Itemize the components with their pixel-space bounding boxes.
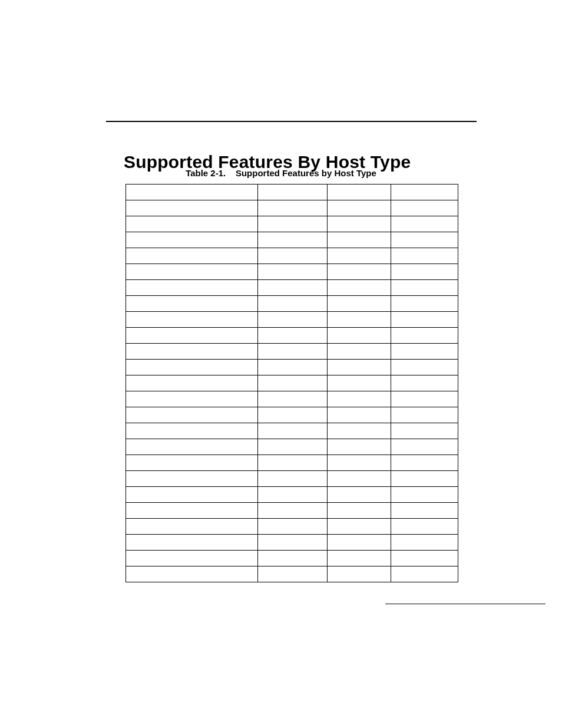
table-row [126, 375, 458, 391]
table-cell [391, 312, 458, 328]
table-cell [328, 280, 391, 296]
table-row [126, 551, 458, 566]
table-cell [258, 375, 328, 391]
table-cell [391, 566, 458, 582]
table-cell [258, 439, 328, 455]
horizontal-rule-bottom [385, 604, 546, 604]
table-cell [391, 328, 458, 344]
table-cell [328, 200, 391, 216]
table-cell [126, 519, 258, 535]
table-cell [126, 280, 258, 296]
table-row [126, 391, 458, 407]
table-cell [391, 216, 458, 232]
table-row [126, 503, 458, 519]
table-row [126, 248, 458, 264]
table-cell [328, 360, 391, 375]
table-cell [391, 439, 458, 455]
table-cell [391, 280, 458, 296]
table-cell [391, 519, 458, 535]
table-cell [328, 551, 391, 566]
table-cell [391, 471, 458, 487]
table-cell [126, 344, 258, 360]
table-cell [391, 296, 458, 312]
table-cell [328, 185, 391, 200]
table-cell [126, 487, 258, 503]
table-cell [126, 216, 258, 232]
table-cell [126, 391, 258, 407]
table-cell [126, 439, 258, 455]
table-row [126, 312, 458, 328]
table-cell [328, 344, 391, 360]
features-table-wrap [125, 184, 458, 582]
table-cell [391, 248, 458, 264]
table-cell [328, 216, 391, 232]
table-cell [126, 328, 258, 344]
table-cell [328, 296, 391, 312]
horizontal-rule-top [106, 121, 477, 122]
table-row [126, 423, 458, 439]
table-cell [328, 232, 391, 248]
table-cell [126, 551, 258, 566]
table-cell [258, 566, 328, 582]
table-cell [258, 328, 328, 344]
table-cell [126, 471, 258, 487]
table-row [126, 519, 458, 535]
table-cell [391, 232, 458, 248]
table-cell [126, 423, 258, 439]
table-row [126, 535, 458, 551]
table-cell [328, 264, 391, 280]
table-cell [328, 375, 391, 391]
table-cell [126, 375, 258, 391]
table-cell [328, 248, 391, 264]
table-cell [126, 185, 258, 200]
table-cell [328, 535, 391, 551]
table-cell [126, 455, 258, 471]
table-cell [258, 391, 328, 407]
table-cell [328, 487, 391, 503]
table-cell [258, 216, 328, 232]
table-cell [391, 185, 458, 200]
table-row [126, 216, 458, 232]
table-cell [258, 248, 328, 264]
table-cell [126, 312, 258, 328]
table-cell [258, 280, 328, 296]
table-cell [126, 232, 258, 248]
table-cell [258, 487, 328, 503]
table-row [126, 455, 458, 471]
table-cell [126, 503, 258, 519]
table-row [126, 487, 458, 503]
table-cell [328, 391, 391, 407]
table-cell [126, 360, 258, 375]
table-cell [391, 375, 458, 391]
table-cell [258, 185, 328, 200]
table-cell [391, 423, 458, 439]
table-cell [391, 391, 458, 407]
table-cell [391, 535, 458, 551]
table-row [126, 566, 458, 582]
table-row [126, 200, 458, 216]
table-cell [328, 455, 391, 471]
table-cell [391, 503, 458, 519]
table-row [126, 280, 458, 296]
table-cell [258, 407, 328, 423]
table-cell [258, 296, 328, 312]
table-cell [258, 455, 328, 471]
table-cell [258, 360, 328, 375]
table-caption-title: Supported Features by Host Type [236, 168, 376, 178]
table-cell [328, 407, 391, 423]
table-caption-prefix: Table 2-1. [186, 168, 226, 178]
table-cell [328, 519, 391, 535]
table-row [126, 264, 458, 280]
table-row [126, 232, 458, 248]
table-cell [328, 439, 391, 455]
table-cell [391, 487, 458, 503]
table-cell [126, 535, 258, 551]
table-row [126, 471, 458, 487]
table-cell [258, 551, 328, 566]
table-cell [126, 407, 258, 423]
table-cell [126, 296, 258, 312]
table-cell [126, 264, 258, 280]
table-cell [391, 551, 458, 566]
table-cell [391, 455, 458, 471]
table-cell [328, 328, 391, 344]
